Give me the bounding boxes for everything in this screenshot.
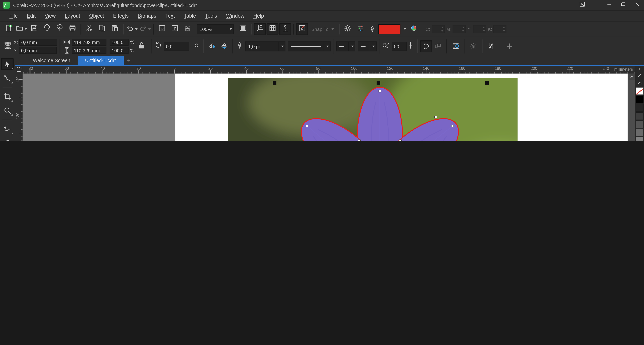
horizontal-ruler[interactable]: millimeters80604020020406080100120140160… — [23, 66, 634, 74]
menu-help[interactable]: Help — [249, 11, 268, 21]
account-button[interactable] — [576, 0, 587, 10]
menu-bitmaps[interactable]: Bitmaps — [133, 11, 161, 21]
shape-tool[interactable] — [1, 72, 14, 84]
lock-ratio-button[interactable] — [138, 42, 146, 51]
open-folder-button[interactable] — [15, 23, 28, 35]
snap-to-label[interactable]: Snap To — [311, 27, 328, 31]
copy-button[interactable] — [96, 23, 108, 35]
powerclip-flower-image[interactable] — [228, 78, 518, 141]
save-button[interactable] — [28, 23, 40, 35]
menu-tools[interactable]: Tools — [200, 11, 222, 21]
start-arrowhead-combo[interactable] — [336, 41, 355, 51]
swatch-60-black[interactable] — [636, 129, 644, 136]
zoom-tool-tool[interactable] — [1, 105, 14, 117]
outline-width-combo[interactable]: 1,0 pt — [245, 41, 286, 51]
import-button[interactable] — [156, 23, 168, 35]
palette-scroll-up-button[interactable] — [636, 80, 643, 87]
paste-button[interactable] — [109, 23, 121, 35]
print-button[interactable] — [66, 23, 78, 35]
object-width-input[interactable] — [72, 39, 106, 46]
start-arrowhead-dropdown[interactable] — [348, 42, 355, 51]
crop-tool[interactable] — [1, 91, 14, 103]
node-distance-button[interactable] — [468, 40, 479, 52]
menu-view[interactable]: View — [40, 11, 60, 21]
scale-x-input[interactable] — [110, 39, 129, 46]
rotation-angle-input[interactable] — [164, 42, 189, 51]
cloud-upload-button[interactable] — [54, 23, 66, 35]
zoom-level-dropdown[interactable] — [227, 25, 233, 34]
minimize-button[interactable] — [602, 0, 616, 10]
end-arrowhead-dropdown[interactable] — [370, 42, 376, 51]
smoothing-slider-handle[interactable] — [407, 42, 414, 51]
publish-pdf-button[interactable]: PDF — [182, 23, 193, 35]
customize-plus-button[interactable] — [504, 40, 516, 52]
menu-text[interactable]: Text — [161, 11, 179, 21]
tab-welcome-screen[interactable]: Welcome Screen — [26, 56, 78, 65]
snap-off-button[interactable] — [296, 23, 308, 35]
cloud-download-button[interactable] — [41, 23, 53, 35]
vertical-ruler[interactable]: 14012010080604020 — [15, 74, 23, 141]
color-wheel-button[interactable] — [408, 23, 420, 35]
scale-y-input[interactable] — [110, 47, 129, 54]
line-style-combo[interactable] — [288, 41, 331, 51]
object-height-input[interactable] — [72, 47, 106, 54]
show-guidelines-button[interactable] — [279, 23, 291, 35]
line-style-dropdown[interactable] — [324, 42, 330, 51]
combine-button[interactable] — [432, 40, 444, 52]
artistic-media-tool[interactable] — [1, 137, 14, 141]
swatch-80-black[interactable] — [636, 112, 644, 120]
y-position-input[interactable] — [19, 47, 57, 54]
cut-button[interactable] — [83, 23, 95, 35]
outline-width-dropdown[interactable] — [278, 42, 285, 51]
cmyk-field-y[interactable]: Y: — [468, 25, 486, 33]
mirror-vertical-button[interactable] — [218, 40, 230, 52]
palette-eyedropper-button[interactable] — [636, 73, 643, 80]
zoom-level-combo[interactable]: 100% — [197, 24, 234, 34]
outline-color-swatch[interactable] — [378, 24, 400, 34]
palette-flyout-button[interactable] — [636, 66, 643, 73]
maximize-button[interactable] — [616, 0, 630, 10]
undo-button[interactable] — [126, 23, 138, 35]
new-document-tab-button[interactable]: + — [124, 56, 133, 65]
color-sliders-button[interactable] — [354, 23, 366, 35]
cmyk-field-k[interactable]: K: — [488, 25, 506, 33]
pasteboard[interactable] — [23, 74, 176, 141]
vertical-scrollbar[interactable] — [628, 74, 635, 141]
options-gear-button[interactable] — [342, 23, 354, 35]
swatch-70-black[interactable] — [636, 120, 644, 128]
menu-table[interactable]: Table — [179, 11, 200, 21]
end-arrowhead-combo[interactable] — [358, 41, 377, 51]
welcome-home-button[interactable] — [16, 56, 26, 65]
menu-file[interactable]: File — [5, 11, 22, 21]
swatch-black[interactable] — [636, 96, 644, 103]
show-grid-button[interactable] — [266, 23, 278, 35]
wrap-text-button[interactable] — [450, 40, 462, 52]
menu-object[interactable]: Object — [85, 11, 108, 21]
scroll-up-button[interactable] — [628, 74, 635, 80]
object-origin-grid-icon[interactable] — [4, 42, 12, 51]
close-curve-button[interactable] — [420, 40, 432, 52]
freehand-tool[interactable] — [1, 123, 14, 135]
tab-untitled-document[interactable]: Untitled-1.cdr* — [78, 56, 124, 65]
swatch-50-black[interactable] — [636, 137, 644, 141]
menu-layout[interactable]: Layout — [60, 11, 85, 21]
menu-edit[interactable]: Edit — [22, 11, 40, 21]
full-screen-preview-button[interactable] — [237, 23, 249, 35]
redo-button[interactable] — [139, 23, 151, 35]
object-properties-button[interactable] — [485, 40, 497, 52]
mirror-horizontal-button[interactable] — [206, 40, 218, 52]
smoothing-input[interactable] — [392, 42, 407, 51]
new-document-button[interactable] — [2, 23, 14, 35]
pick-tool[interactable] — [1, 58, 14, 70]
ruler-origin[interactable] — [15, 66, 23, 74]
cmyk-field-m[interactable]: M: — [446, 25, 466, 33]
swatch-90-black[interactable] — [636, 104, 644, 112]
x-position-input[interactable] — [19, 39, 57, 46]
close-button[interactable] — [630, 0, 644, 10]
outline-color-dropdown[interactable] — [400, 23, 408, 35]
cmyk-field-c[interactable]: C: — [426, 25, 444, 33]
export-button[interactable] — [169, 23, 181, 35]
menu-effects[interactable]: Effects — [108, 11, 133, 21]
swatch-none[interactable] — [636, 87, 644, 95]
show-rulers-button[interactable] — [254, 23, 266, 35]
